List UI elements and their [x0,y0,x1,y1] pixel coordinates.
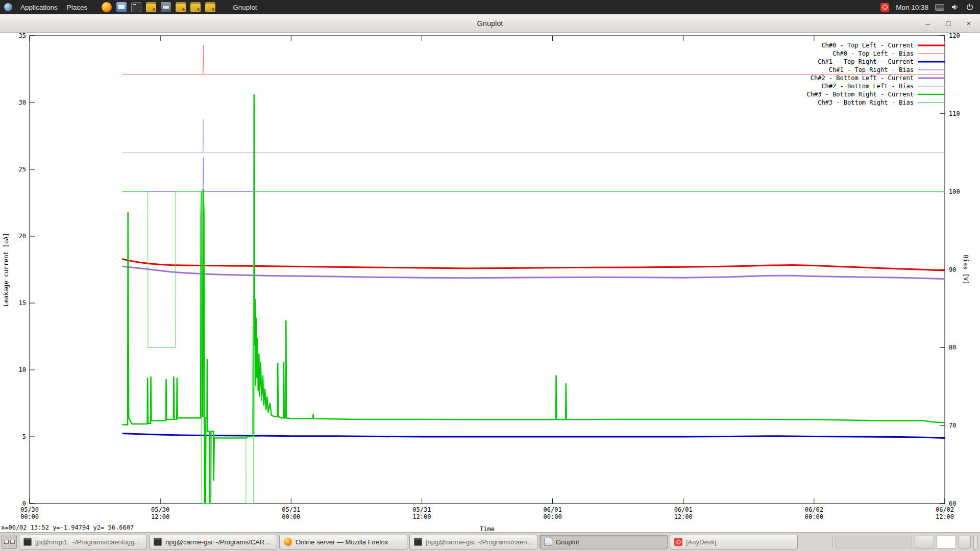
series-left [122,259,945,271]
taskbar-applet-active[interactable] [937,536,956,548]
svg-text:12:00: 12:00 [412,513,431,520]
clock[interactable]: Mon 10:38 [896,4,928,11]
firefox-icon[interactable] [102,2,112,12]
svg-text:0: 0 [22,500,26,507]
svg-text:110: 110 [949,110,960,117]
terminal-icon [154,538,162,546]
distro-logo-icon[interactable] [4,3,12,11]
svg-text:06/01: 06/01 [544,506,562,513]
taskbar: [pi@nnrpi1: ~/Programs/caenlogg...npg@ca… [0,532,980,551]
svg-text:Ch#0 - Top Left - Current: Ch#0 - Top Left - Current [821,42,914,49]
svg-text:06/02: 06/02 [936,506,954,513]
power-icon[interactable] [966,3,974,11]
svg-text:12:00: 12:00 [674,513,693,520]
panel-left: Applications Places Gnuplot [0,2,257,12]
taskbar-item-firefox-2[interactable]: Online server — Mozilla Firefox [279,535,407,549]
modes-app-icon-4[interactable] [205,2,215,12]
taskbar-item-terminal-3[interactable]: [npg@carme-gsi:~/Programs/caen... [409,535,537,549]
anydesk-tray-icon[interactable] [880,3,889,12]
svg-text:Ch#0 - Top Left - Bias: Ch#0 - Top Left - Bias [832,50,914,57]
svg-text:05/31: 05/31 [412,506,431,513]
svg-text:Ch#2 - Bottom Left - Current: Ch#2 - Bottom Left - Current [811,74,914,82]
panel-launchers [102,2,215,12]
svg-text:Time: Time [480,525,495,532]
svg-text:70: 70 [949,422,956,429]
taskbar-item-anydesk-5[interactable]: [AnyDesk] [670,535,798,549]
window-list: [pi@nnrpi1: ~/Programs/caenlogg...npg@ca… [19,535,798,549]
show-desktop-button[interactable] [973,535,977,549]
svg-text:05/31: 05/31 [282,506,300,513]
file-manager-icon[interactable] [116,2,127,12]
svg-text:15: 15 [19,299,26,307]
taskbar-item-gnuplot-4[interactable]: Gnuplot [540,535,668,549]
taskbar-right [832,535,978,549]
svg-text:10: 10 [19,366,26,373]
volume-icon[interactable] [951,3,959,11]
svg-text:05/30: 05/30 [151,506,169,513]
window-controls: – □ × [924,14,973,32]
modes-app-icon-2[interactable] [176,2,186,12]
mouse-coordinate-readout: x=06/02 13:52 y=-1.94794 y2= 56.6607 [1,524,134,531]
svg-text:120: 120 [949,33,960,39]
series-right [122,119,945,153]
svg-text:06/02: 06/02 [805,506,823,513]
gnuplot-window: 05/3000:0005/3012:0005/3100:0005/3112:00… [0,33,980,532]
minimize-button[interactable]: – [924,19,932,28]
taskbar-separator [832,536,833,548]
svg-text:35: 35 [19,33,26,39]
keyboard-indicator-icon[interactable] [935,4,944,11]
svg-text:Ch#3 - Bottom Right - Current: Ch#3 - Bottom Right - Current [806,91,914,98]
taskbar-empty-tray [836,536,912,548]
series-right [122,157,945,191]
gray-app-icon[interactable] [161,2,171,12]
firefox-icon [284,538,292,546]
taskbar-item-label: [pi@nnrpi1: ~/Programs/caenlogg... [35,538,140,546]
anydesk-icon [674,538,682,546]
svg-text:05/30: 05/30 [20,506,39,513]
svg-text:20: 20 [19,233,26,240]
svg-text:30: 30 [19,99,26,106]
series-right [122,192,945,504]
terminal-icon[interactable] [131,2,141,12]
svg-text:90: 90 [949,266,956,273]
svg-text:60: 60 [949,500,956,507]
window-titlebar[interactable]: Gnuplot – □ × [0,14,980,33]
workspace-thumbnail[interactable] [4,540,9,544]
svg-text:25: 25 [19,166,26,173]
maximize-button[interactable]: □ [944,19,952,28]
svg-text:00:00: 00:00 [544,513,562,520]
svg-text:12:00: 12:00 [936,513,954,520]
panel-active-window-label[interactable]: Gnuplot [233,4,257,11]
series-lines [122,45,945,504]
modes-app-icon-1[interactable] [146,2,156,12]
places-menu[interactable]: Places [66,4,89,11]
taskbar-item-label: Online server — Mozilla Firefox [296,538,388,546]
svg-text:Ch#3 - Bottom Right - Bias: Ch#3 - Bottom Right - Bias [818,99,914,106]
svg-text:00:00: 00:00 [805,513,823,520]
taskbar-applet[interactable] [915,536,934,548]
workspace-thumbnail[interactable] [10,540,15,544]
taskbar-item-label: [npg@carme-gsi:~/Programs/caen... [426,538,532,546]
svg-text:Ch#1 - Top Right - Bias: Ch#1 - Top Right - Bias [829,66,914,73]
workspace-switcher[interactable] [2,535,17,549]
svg-text:5: 5 [22,433,26,440]
modes-app-icon-3[interactable] [190,2,201,12]
applications-menu[interactable]: Applications [19,4,59,11]
taskbar-item-terminal-1[interactable]: npg@carme-gsi:~/Programs/CAR... [149,535,277,549]
svg-text:Ch#1 - Top Right - Current: Ch#1 - Top Right - Current [818,58,914,65]
close-button[interactable]: × [965,19,973,28]
top-panel: Applications Places Gnuplot Mon 10:38 [0,0,980,14]
svg-text:Ch#2 - Bottom Left - Bias: Ch#2 - Bottom Left - Bias [821,83,914,90]
window-title: Gnuplot [477,19,503,28]
gnuplot-icon [544,538,552,546]
gnuplot-canvas[interactable]: 05/3000:0005/3012:0005/3100:0005/3112:00… [0,33,980,532]
panel-right: Mon 10:38 [880,3,980,12]
taskbar-applet[interactable] [959,536,971,548]
svg-text:00:00: 00:00 [20,513,39,520]
taskbar-item-label: npg@carme-gsi:~/Programs/CAR... [165,538,270,546]
svg-text:100: 100 [949,188,960,195]
terminal-icon [414,538,422,546]
taskbar-item-terminal-0[interactable]: [pi@nnrpi1: ~/Programs/caenlogg... [19,535,147,549]
svg-text:00:00: 00:00 [282,513,300,520]
svg-text:12:00: 12:00 [151,513,169,520]
